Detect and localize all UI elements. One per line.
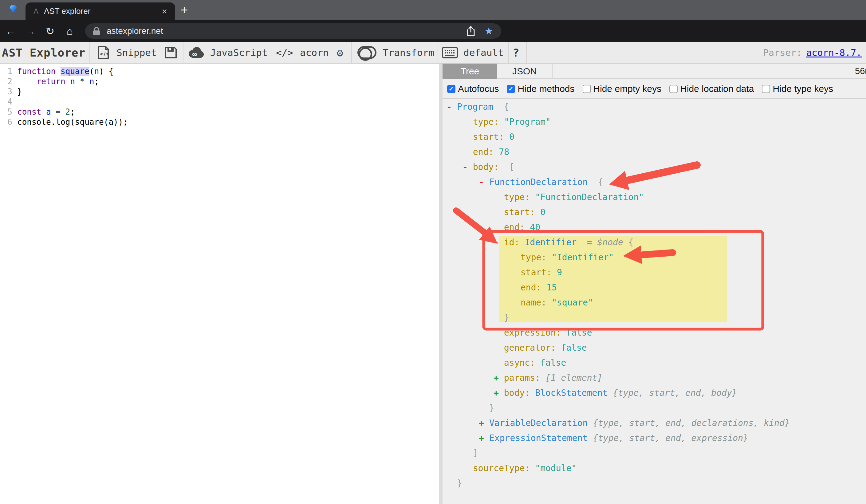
app-title: AST Explorer (2, 42, 86, 63)
tree-line[interactable]: } (443, 476, 866, 491)
address-bar[interactable]: astexplorer.net ★ (85, 23, 501, 39)
forward-button[interactable]: → (22, 20, 39, 42)
home-button[interactable]: ⌂ (62, 20, 78, 42)
option-label: Hide type keys (773, 83, 833, 94)
svg-text:</>: </> (100, 51, 109, 57)
tree-line[interactable]: start: 9 (443, 265, 866, 280)
code-line[interactable]: 1function square(n) { (0, 66, 439, 77)
tree-line[interactable]: type: "Program" (443, 114, 866, 130)
option-label: Hide location data (680, 83, 754, 94)
tree-line[interactable]: ] (443, 446, 866, 461)
browser-toolbar: ← → ↻ ⌂ astexplorer.net ★ ✚✳FE✕GXC:↑Voo∞… (0, 20, 866, 42)
parser-settings-gear-icon[interactable]: ⚙ (336, 46, 343, 59)
share-icon[interactable] (466, 26, 475, 36)
tab-close-icon[interactable]: × (162, 6, 167, 16)
code-icon: </> (276, 47, 293, 58)
option-hide-methods[interactable]: Hide methods (507, 83, 574, 94)
code-area[interactable]: 1function square(n) {2 return n * n;3}45… (0, 66, 439, 127)
tab-tree[interactable]: Tree (443, 64, 497, 79)
option-hide-empty-keys[interactable]: Hide empty keys (583, 83, 662, 94)
back-button[interactable]: ← (2, 20, 19, 42)
parser-button[interactable]: </> acorn ⚙ (276, 42, 343, 63)
output-tabs: Tree JSON 56ms (443, 64, 866, 79)
tree-line[interactable]: type: "Identifier" (443, 250, 866, 265)
tree-line[interactable]: start: 0 (443, 205, 866, 220)
collapse-toggle-icon[interactable]: - (463, 159, 473, 175)
snippet-file-icon: </> (97, 45, 109, 60)
collapse-toggle-icon[interactable]: - (493, 235, 504, 250)
expand-toggle-icon[interactable]: + (479, 430, 489, 446)
option-label: Hide methods (518, 83, 574, 94)
tree-line[interactable]: -FunctionDeclaration { (443, 175, 866, 190)
tree-line[interactable]: } (443, 310, 866, 325)
tree-line[interactable]: async: false (443, 355, 866, 370)
transform-preset-button[interactable]: default (442, 42, 504, 63)
checkbox[interactable] (762, 85, 770, 93)
tree-line[interactable]: generator: false (443, 340, 866, 355)
code-line[interactable]: 2 return n * n; (0, 77, 439, 87)
option-hide-location-data[interactable]: Hide location data (669, 83, 754, 94)
save-icon[interactable] (165, 46, 177, 59)
checkbox[interactable] (447, 85, 455, 93)
tree-line[interactable]: -Program { (443, 99, 866, 114)
collapse-toggle-icon[interactable]: - (479, 175, 489, 190)
reload-button[interactable]: ↻ (42, 20, 58, 42)
panel-resize-divider[interactable] (439, 64, 443, 504)
option-hide-type-keys[interactable]: Hide type keys (762, 83, 833, 94)
expand-toggle-icon[interactable]: + (493, 370, 504, 385)
snippet-button[interactable]: </> Snippet (97, 42, 177, 63)
line-number: 4 (0, 97, 12, 107)
option-autofocus[interactable]: Autofocus (447, 83, 499, 94)
collapse-toggle-icon[interactable]: - (446, 99, 457, 114)
language-button[interactable]: ∞ JavaScript (187, 42, 268, 63)
ast-tree: -Program {type: "Program"start: 0end: 78… (443, 99, 866, 491)
parse-time: 56ms (855, 66, 866, 76)
tree-line[interactable]: } (443, 401, 866, 415)
checkbox[interactable] (507, 85, 515, 93)
svg-text:∞: ∞ (192, 51, 197, 58)
code-line[interactable]: 3} (0, 87, 439, 97)
tree-line[interactable]: -id: Identifier = $node { (443, 235, 866, 250)
tree-line[interactable]: type: "FunctionDeclaration" (443, 190, 866, 205)
expand-toggle-icon[interactable]: + (493, 385, 504, 401)
tab-json[interactable]: JSON (497, 64, 552, 79)
expand-toggle-icon[interactable]: + (479, 415, 489, 430)
tab-title: AST explorer (44, 7, 162, 16)
url-text[interactable]: astexplorer.net (107, 26, 466, 36)
tree-line[interactable]: +params: [1 element] (443, 370, 866, 385)
tree-line[interactable]: end: 40 (443, 220, 866, 235)
tree-line[interactable]: end: 15 (443, 280, 866, 295)
checkbox[interactable] (669, 85, 678, 93)
tree-line[interactable]: +body: BlockStatement {type, start, end,… (443, 385, 866, 401)
code-line[interactable]: 5const a = 2; (0, 107, 439, 117)
app-header: AST Explorer </> Snippet ∞ JavaScript </… (0, 42, 866, 64)
parser-version-link[interactable]: acorn-8.7. (806, 47, 862, 58)
tree-line[interactable]: start: 0 (443, 130, 866, 144)
browser-tab[interactable]: Λ AST explorer × (25, 2, 175, 20)
gem-icon (9, 5, 20, 15)
tree-line[interactable]: +VariableDeclaration {type, start, end, … (443, 415, 866, 430)
tree-line[interactable]: name: "square" (443, 295, 866, 310)
code-editor[interactable]: 1function square(n) {2 return n * n;3}45… (0, 64, 439, 504)
code-line[interactable]: 4 (0, 97, 439, 107)
browser-tab-strip: Λ AST explorer × + (0, 0, 866, 20)
tree-line[interactable]: sourceType: "module" (443, 461, 866, 476)
tree-line[interactable]: end: 78 (443, 144, 866, 159)
checkbox[interactable] (583, 85, 591, 93)
transform-toggle-icon (357, 46, 376, 59)
bookmark-star-icon[interactable]: ★ (484, 25, 493, 37)
line-number: 2 (0, 77, 12, 87)
tree-line[interactable]: -body: [ (443, 159, 866, 175)
tree-line[interactable]: +ExpressionStatement {type, start, end, … (443, 430, 866, 446)
transform-toggle[interactable]: Transform (357, 42, 434, 63)
line-number: 6 (0, 117, 12, 127)
cloud-infinity-icon: ∞ (187, 46, 205, 59)
help-button[interactable]: ? (513, 42, 519, 63)
tree-line[interactable]: expression: false (443, 325, 866, 340)
line-number: 1 (0, 66, 12, 77)
keyboard-icon (442, 47, 458, 58)
lock-icon (92, 26, 100, 36)
code-line[interactable]: 6console.log(square(a)); (0, 117, 439, 127)
new-tab-button[interactable]: + (181, 3, 188, 17)
parser-info: Parser: acorn-8.7. (763, 42, 862, 63)
